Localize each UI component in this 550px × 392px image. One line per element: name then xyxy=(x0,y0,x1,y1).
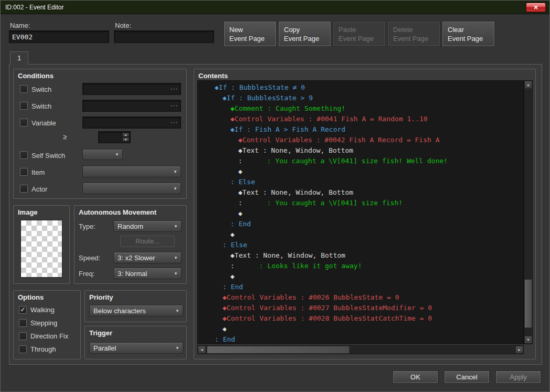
contents-title: Contents xyxy=(198,72,228,80)
apply-button: Apply xyxy=(496,371,541,383)
titlebar[interactable]: ID:002 - Event Editor ✕ xyxy=(1,1,549,14)
scroll-down-icon[interactable]: ▼ xyxy=(524,336,532,344)
event-command-line[interactable]: ◆ xyxy=(198,271,523,282)
event-command-line[interactable]: : : You caught a \V[041] size fish! xyxy=(198,198,523,208)
actor-dropdown[interactable]: ▼ xyxy=(82,183,181,194)
event-command-line[interactable]: ◆Control Variables : #0041 Fish A = Rand… xyxy=(198,114,523,124)
option-direction-fix[interactable]: Direction Fix xyxy=(14,330,80,343)
event-command-line[interactable]: ◆Control Variables : #0042 Fish A Record… xyxy=(198,135,523,145)
conditions-title: Conditions xyxy=(18,72,54,80)
switch2-browse-button[interactable]: ··· xyxy=(168,100,181,111)
actor-label: Actor xyxy=(31,185,47,193)
autonomous-movement-group: Autonomous Movement Type: Random ▼ Route… xyxy=(74,205,187,284)
event-command-line[interactable]: : : You caught a \V[041] size fish! Well… xyxy=(198,156,523,166)
copy-event-page-button[interactable]: CopyEvent Page xyxy=(279,22,331,46)
priority-dropdown[interactable]: Below characters ▼ xyxy=(89,305,183,316)
trigger-group: Trigger Parallel ▼ xyxy=(84,326,187,359)
switch1-input[interactable] xyxy=(83,83,168,94)
vertical-scrollbar[interactable]: ▲ ▼ xyxy=(524,80,533,344)
event-command-line[interactable]: ◆ xyxy=(198,324,523,334)
event-command-line[interactable]: ◆If : BubblesState > 9 xyxy=(198,93,523,103)
type-label: Type: xyxy=(79,223,96,230)
vertical-scroll-thumb[interactable] xyxy=(524,279,532,328)
chevron-down-icon: ▼ xyxy=(174,224,178,229)
event-command-line[interactable]: ◆Control Variables : #0027 BubblesStateM… xyxy=(198,303,523,313)
switch1-browse-button[interactable]: ··· xyxy=(168,83,181,94)
movement-type-dropdown[interactable]: Random ▼ xyxy=(113,220,182,232)
horizontal-scrollbar[interactable]: ◄ ► xyxy=(197,345,524,354)
self-switch-dropdown[interactable]: ▼ xyxy=(82,149,123,160)
gte-symbol: ≥ xyxy=(63,133,67,141)
spin-down-icon[interactable]: ▼ xyxy=(122,137,129,142)
option-label: Direction Fix xyxy=(30,332,68,340)
speed-label: Speed: xyxy=(79,254,100,262)
item-dropdown[interactable]: ▼ xyxy=(82,166,181,177)
option-stepping[interactable]: Stepping xyxy=(14,316,80,330)
chevron-down-icon: ▼ xyxy=(174,256,178,260)
event-command-line[interactable]: ◆ xyxy=(198,166,523,177)
event-command-line[interactable]: ◆ xyxy=(198,229,523,240)
event-command-line[interactable]: ◆If : BubblesState ≠ 0 xyxy=(198,82,523,93)
event-command-line[interactable]: ◆Control Variables : #0028 BubblesStatCa… xyxy=(198,313,523,324)
trigger-dropdown[interactable]: Parallel ▼ xyxy=(89,342,183,354)
close-button[interactable]: ✕ xyxy=(526,3,546,12)
variable-input[interactable] xyxy=(83,117,168,128)
item-checkbox[interactable] xyxy=(20,168,28,176)
event-command-line[interactable]: ◆Text : None, Window, Bottom xyxy=(198,250,523,261)
checkbox[interactable]: ✓ xyxy=(19,306,27,314)
scroll-left-icon[interactable]: ◄ xyxy=(198,346,206,354)
variable-browse-button[interactable]: ··· xyxy=(168,117,181,128)
event-command-line[interactable]: : End xyxy=(198,334,523,344)
event-command-line[interactable]: ◆Text : None, Window, Bottom xyxy=(198,187,523,198)
spin-up-icon[interactable]: ▲ xyxy=(122,133,129,137)
movement-speed-dropdown[interactable]: 3: x2 Slower ▼ xyxy=(113,252,182,263)
switch2-checkbox[interactable] xyxy=(20,102,28,110)
event-command-line[interactable]: ◆ xyxy=(198,208,523,219)
event-command-line[interactable]: ◆Text : None, Window, Bottom xyxy=(198,145,523,156)
variable-checkbox[interactable] xyxy=(20,119,28,126)
movement-freq-value: 3: Normal xyxy=(118,270,147,278)
paste-event-page-button: PasteEvent Page xyxy=(333,22,385,46)
trigger-title: Trigger xyxy=(89,329,112,337)
variable-value-input[interactable] xyxy=(99,132,121,143)
clear-event-page-button[interactable]: ClearEvent Page xyxy=(442,22,494,46)
tab-1[interactable]: 1 xyxy=(10,51,28,65)
self-switch-label: Self Switch xyxy=(31,152,65,160)
delete-event-page-button: DeleteEvent Page xyxy=(388,22,440,46)
checkbox[interactable] xyxy=(19,345,27,353)
event-command-line[interactable]: : Else xyxy=(198,177,523,187)
self-switch-checkbox[interactable] xyxy=(20,151,28,159)
switch1-checkbox[interactable] xyxy=(20,85,28,93)
actor-checkbox[interactable] xyxy=(20,185,28,193)
checkbox[interactable] xyxy=(19,319,27,327)
event-image-picker[interactable] xyxy=(20,220,62,278)
scroll-up-icon[interactable]: ▲ xyxy=(524,81,532,89)
movement-freq-dropdown[interactable]: 3: Normal ▼ xyxy=(113,268,182,279)
note-label: Note: xyxy=(115,22,131,29)
option-through[interactable]: Through xyxy=(14,343,80,356)
scroll-right-icon[interactable]: ► xyxy=(515,346,523,354)
switch2-input[interactable] xyxy=(83,100,168,111)
priority-title: Priority xyxy=(89,293,113,301)
event-command-line[interactable]: : Else xyxy=(198,240,523,250)
switch1-label: Switch xyxy=(31,86,51,93)
event-command-line[interactable]: ◆Comment : Caught Something! xyxy=(198,103,523,114)
new-event-page-button[interactable]: NewEvent Page xyxy=(224,22,276,46)
checkbox[interactable] xyxy=(19,332,27,340)
autonomous-movement-title: Autonomous Movement xyxy=(79,208,156,216)
event-command-list[interactable]: ◆If : BubblesState ≠ 0◆If : BubblesState… xyxy=(197,80,524,344)
event-command-line[interactable]: : : Looks like it got away! xyxy=(198,261,523,271)
event-command-line[interactable]: ◆If : Fish A > Fish A Record xyxy=(198,124,523,135)
conditions-group: Conditions Switch ··· Switch ··· Variabl… xyxy=(13,69,187,199)
ok-button[interactable]: OK xyxy=(393,371,438,383)
note-input[interactable] xyxy=(114,30,214,43)
option-walking[interactable]: ✓Walking xyxy=(14,303,80,316)
options-group: Options ✓WalkingSteppingDirection FixThr… xyxy=(13,290,81,359)
horizontal-scroll-thumb[interactable] xyxy=(207,346,350,354)
cancel-button[interactable]: Cancel xyxy=(445,371,489,383)
event-command-line[interactable]: ◆Control Variables : #0026 BubblesState … xyxy=(198,292,523,303)
switch2-label: Switch xyxy=(31,102,51,110)
event-command-line[interactable]: : End xyxy=(198,219,523,229)
event-command-line[interactable]: : End xyxy=(198,282,523,292)
name-input[interactable] xyxy=(9,30,109,43)
